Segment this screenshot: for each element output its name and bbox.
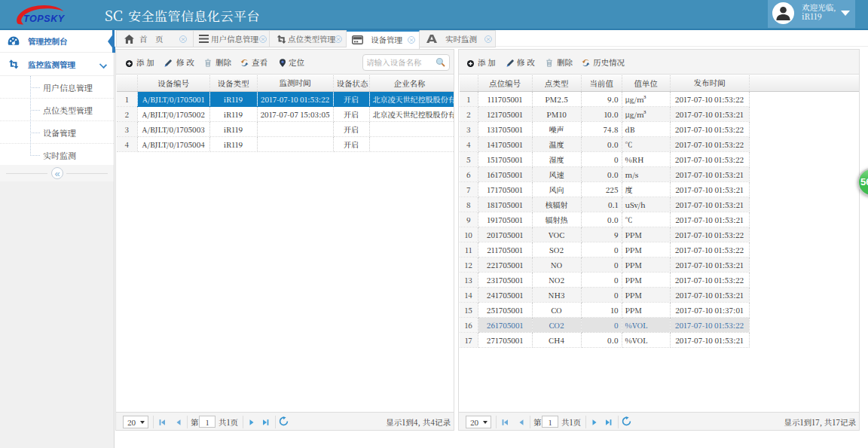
svg-text:TOPSKY: TOPSKY [23,14,66,24]
